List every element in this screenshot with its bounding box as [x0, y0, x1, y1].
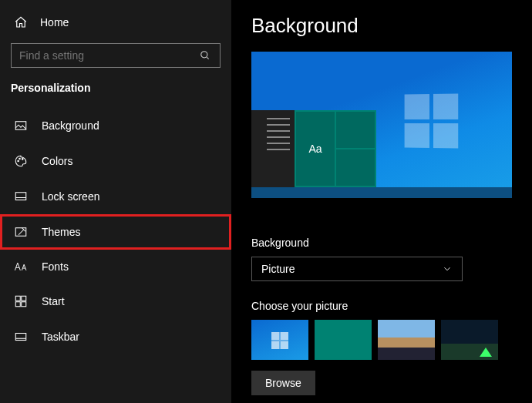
sidebar-item-label: Themes	[42, 226, 81, 238]
choose-picture-label: Choose your picture	[251, 300, 512, 312]
sidebar-item-themes[interactable]: Themes	[0, 214, 231, 250]
sidebar-item-background[interactable]: Background	[0, 108, 231, 143]
settings-sidebar: Home Personalization Background Colors L…	[0, 0, 231, 403]
dropdown-value: Picture	[261, 263, 295, 275]
section-title: Personalization	[0, 79, 231, 108]
svg-point-0	[201, 52, 207, 58]
page-title: Background	[251, 14, 512, 38]
svg-rect-1	[15, 122, 26, 130]
sidebar-item-taskbar[interactable]: Taskbar	[0, 319, 231, 354]
sidebar-item-colors[interactable]: Colors	[0, 143, 231, 179]
svg-point-2	[18, 160, 19, 162]
sidebar-item-label: Background	[42, 119, 99, 132]
sidebar-item-label: Fonts	[42, 260, 69, 273]
background-type-label: Background	[251, 237, 512, 249]
sidebar-item-start[interactable]: Start	[0, 284, 231, 319]
svg-rect-9	[15, 302, 20, 307]
sidebar-item-label: Colors	[42, 155, 72, 167]
search-icon	[200, 50, 212, 61]
search-input[interactable]	[19, 49, 193, 62]
taskbar-icon	[14, 330, 28, 344]
sidebar-item-fonts[interactable]: Fonts	[0, 250, 231, 284]
svg-rect-6	[15, 228, 26, 237]
chevron-down-icon	[442, 264, 453, 274]
palette-icon	[14, 154, 28, 168]
picture-thumbnails	[251, 320, 512, 360]
sidebar-item-lockscreen[interactable]: Lock screen	[0, 179, 231, 214]
home-link[interactable]: Home	[0, 11, 231, 39]
browse-button[interactable]: Browse	[251, 371, 315, 395]
picture-thumb-3[interactable]	[378, 320, 435, 360]
lockscreen-icon	[14, 190, 28, 203]
fonts-icon	[14, 260, 28, 273]
home-icon	[14, 15, 28, 29]
svg-rect-10	[22, 302, 26, 307]
svg-rect-5	[15, 193, 26, 200]
sidebar-item-label: Lock screen	[42, 190, 99, 203]
search-box[interactable]	[11, 43, 221, 68]
windows-logo-icon	[405, 94, 459, 149]
sidebar-item-label: Taskbar	[42, 331, 79, 343]
preview-tile: Aa	[296, 112, 335, 186]
start-menu-preview: Aa	[251, 110, 376, 187]
main-panel: Background Aa Background Picture Choose …	[231, 0, 532, 403]
picture-thumb-1[interactable]	[251, 320, 308, 360]
picture-thumb-2[interactable]	[315, 320, 372, 360]
taskbar-preview	[251, 187, 512, 198]
svg-point-4	[22, 159, 24, 160]
svg-point-3	[19, 158, 21, 160]
background-type-dropdown[interactable]: Picture	[251, 257, 463, 281]
desktop-preview: Aa	[251, 52, 512, 198]
svg-rect-11	[15, 334, 26, 341]
picture-icon	[14, 119, 28, 133]
svg-rect-7	[15, 296, 20, 301]
svg-rect-8	[22, 296, 26, 301]
sidebar-item-label: Start	[42, 295, 65, 307]
themes-icon	[14, 225, 28, 239]
start-icon	[14, 294, 28, 308]
picture-thumb-4[interactable]	[441, 320, 498, 360]
home-label: Home	[40, 16, 69, 29]
